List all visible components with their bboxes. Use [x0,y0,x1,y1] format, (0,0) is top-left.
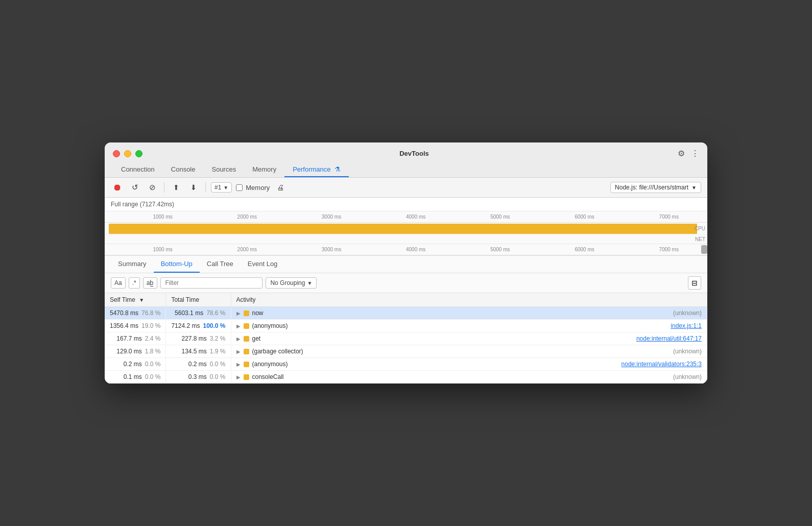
activity-color-square [244,323,249,329]
traffic-lights [113,150,142,157]
filter-case-btn[interactable]: Aa [111,277,126,289]
ruler2-mark-7: 7000 ms [659,247,679,252]
panel-toggle-button[interactable]: ⊟ [688,276,701,290]
total-time-cell: 134.5 ms1.9 % [166,345,231,358]
main-tabs: Connection Console Sources Memory Perfor… [113,162,699,177]
tab-connection[interactable]: Connection [113,162,163,177]
ruler-mark-2: 2000 ms [237,214,257,220]
maximize-button[interactable] [135,150,142,157]
performance-table: Self Time ▼ Total Time Activity 5470.8 m… [105,293,707,384]
self-time-value: 1356.4 ms [110,322,138,329]
tab-call-tree[interactable]: Call Tree [200,256,241,273]
table-row: 129.0 ms1.8 % [105,345,166,358]
total-time-value: 7124.2 ms [171,322,200,329]
total-time-value: 134.5 ms [181,348,206,355]
activity-source-link[interactable]: node:internal/validators:235:3 [622,361,702,368]
total-time-pct: 0.0 % [210,361,226,368]
activity-source-link[interactable]: index.js:1:1 [671,322,702,329]
grouping-label: No Grouping [270,279,305,286]
filter-input[interactable] [160,277,262,289]
download-button[interactable]: ⬇ [187,181,200,194]
ruler-mark-7: 7000 ms [659,214,679,220]
table-row: 1356.4 ms19.0 % [105,320,166,332]
tab-console[interactable]: Console [163,162,204,177]
devtools-window: DevTools ⚙ ⋮ Connection Console Sources … [105,142,707,384]
ruler-mark-4: 4000 ms [406,214,425,220]
activity-name: now [252,309,264,317]
self-time-value: 167.7 ms [116,335,141,342]
ruler-mark-6: 6000 ms [575,214,594,220]
window-title: DevTools [151,150,678,157]
filter-regex-btn[interactable]: .* [129,277,140,289]
activity-cell: ▶ (anonymous) index.js:1:1 [231,320,707,332]
grouping-select[interactable]: No Grouping ▼ [266,277,317,289]
more-icon[interactable]: ⋮ [691,149,699,158]
total-time-value: 5603.1 ms [175,309,203,317]
total-time-cell: 5603.1 ms78.6 % [166,307,231,320]
activity-name: (garbage collector) [252,348,303,355]
col-self-time[interactable]: Self Time ▼ [105,293,166,307]
col-activity-label: Activity [236,296,256,303]
ruler2-mark-5: 5000 ms [490,247,510,252]
ruler2-mark-3: 3000 ms [322,247,341,252]
performance-icon: ⚗ [335,165,341,173]
expand-button[interactable]: ▶ [236,336,241,342]
record-button[interactable]: ⏺ [111,181,124,194]
timeline-scrollbar-thumb[interactable] [701,245,707,254]
activity-source-link[interactable]: node:internal/util:647:17 [636,335,702,342]
expand-button[interactable]: ▶ [236,349,241,354]
tab-summary[interactable]: Summary [111,256,154,273]
activity-name: (anonymous) [252,322,288,329]
total-time-pct: 3.2 % [210,335,226,342]
activity-row: ▶ (anonymous) node:internal/validators:2… [236,361,702,368]
table-row: 5470.8 ms76.8 % [105,307,166,320]
data-table-container: Self Time ▼ Total Time Activity 5470.8 m… [105,293,707,384]
activity-row: ▶ consoleCall (unknown) [236,373,702,380]
node-selector[interactable]: Node.js: file:///Users/stmart ▼ [610,182,701,193]
range-label: Full range (7127.42ms) [105,198,707,211]
memory-check-input[interactable] [236,184,243,191]
ruler-mark-3: 3000 ms [322,214,341,220]
expand-button[interactable]: ▶ [236,362,241,367]
tab-bottom-up[interactable]: Bottom-Up [154,256,200,273]
activity-row: ▶ (garbage collector) (unknown) [236,348,702,355]
ruler2-mark-6: 6000 ms [575,247,594,252]
activity-source-unknown: (unknown) [673,309,702,317]
ruler2-mark-2: 2000 ms [237,247,257,252]
activity-color-square [244,349,249,354]
expand-button[interactable]: ▶ [236,310,241,316]
activity-cell: ▶ (garbage collector) (unknown) [231,345,707,358]
tab-event-log[interactable]: Event Log [241,256,285,273]
self-time-pct: 0.0 % [145,361,161,368]
total-time-pct: 100.0 % [203,322,225,329]
col-total-time[interactable]: Total Time [166,293,231,307]
reload-button[interactable]: ↺ [128,181,141,194]
settings-icon[interactable]: ⚙ [678,149,685,158]
memory-checkbox[interactable]: Memory [236,184,270,192]
sort-arrow-self: ▼ [139,297,144,303]
record-select-label: #1 [214,184,221,191]
net-bar-container: NET [105,235,707,244]
record-select[interactable]: #1 ▼ [211,182,232,193]
expand-button[interactable]: ▶ [236,323,241,329]
total-time-cell: 227.8 ms3.2 % [166,332,231,345]
expand-button[interactable]: ▶ [236,374,241,380]
activity-cell: ▶ consoleCall (unknown) [231,371,707,384]
memory-label: Memory [246,184,270,192]
activity-name: get [252,335,261,342]
tab-sources[interactable]: Sources [203,162,244,177]
activity-source-unknown: (unknown) [673,373,702,380]
tab-performance[interactable]: Performance ⚗ [284,162,349,177]
upload-button[interactable]: ⬆ [170,181,183,194]
self-time-pct: 2.4 % [145,335,161,342]
tab-memory[interactable]: Memory [244,162,284,177]
screenshot-button[interactable]: 🖨 [274,181,287,194]
minimize-button[interactable] [124,150,131,157]
node-selector-arrow: ▼ [691,185,697,190]
close-button[interactable] [113,150,120,157]
clear-button[interactable]: ⊘ [146,181,159,194]
filter-whole-word-btn[interactable]: ab̲ [143,277,158,289]
activity-color-square [244,336,249,342]
grouping-arrow: ▼ [307,280,312,286]
table-row: 0.1 ms0.0 % [105,371,166,384]
